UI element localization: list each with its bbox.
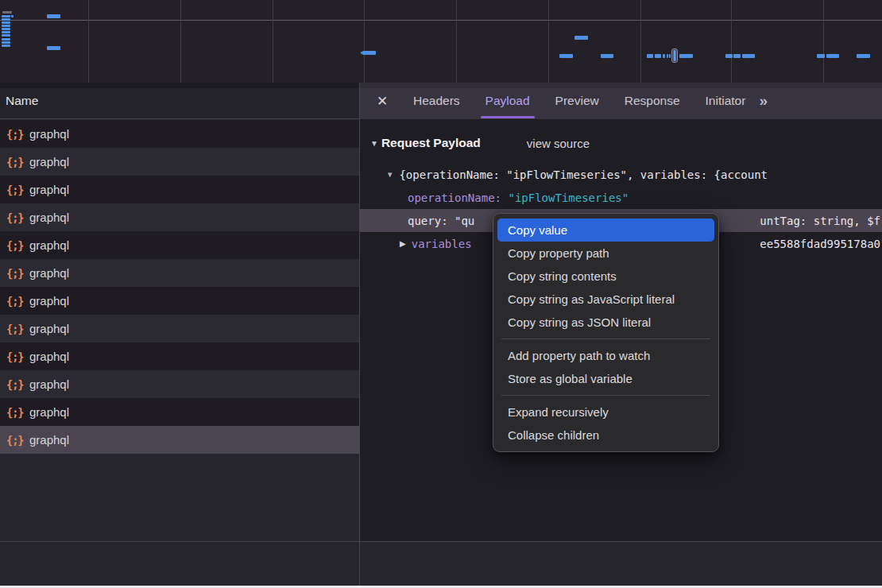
request-row[interactable]: {;}graphql	[0, 203, 359, 231]
network-overview-bar	[2, 31, 10, 33]
request-name: graphql	[29, 322, 69, 335]
overview-vertical-gridline	[731, 0, 732, 83]
network-overview-bar	[679, 54, 693, 58]
panel-divider[interactable]	[359, 83, 360, 586]
menu-item-add-property-path-to-watch[interactable]: Add property path to watch	[497, 344, 714, 367]
overview-vertical-gridline	[180, 0, 181, 83]
json-braces-icon: {;}	[6, 239, 24, 252]
overview-vertical-gridline	[456, 0, 457, 83]
tab-payload[interactable]: Payload	[483, 83, 532, 119]
json-braces-icon: {;}	[6, 184, 24, 196]
devtools-network-panel: Name {;}graphql{;}graphql{;}graphql{;}gr…	[0, 0, 882, 588]
request-name: graphql	[29, 183, 69, 196]
summary-text: {operationName: "ipFlowTimeseries", vari…	[399, 168, 768, 181]
network-overview-bar	[47, 14, 60, 18]
network-overview-bar	[2, 25, 10, 27]
request-row[interactable]: {;}graphql	[0, 231, 359, 259]
request-row[interactable]: {;}graphql	[0, 315, 359, 342]
request-row[interactable]: {;}graphql	[0, 370, 359, 398]
tab-headers[interactable]: Headers	[411, 83, 462, 119]
menu-item-collapse-children[interactable]: Collapse children	[497, 424, 714, 447]
network-overview-timeline[interactable]	[0, 0, 882, 83]
tree-row-summary[interactable]: ▼ {operationName: "ipFlowTimeseries", va…	[360, 163, 882, 186]
request-payload-section-header[interactable]: ▼ Request Payload view source	[360, 132, 882, 154]
network-overview-bar	[2, 44, 10, 47]
network-overview-bar	[817, 54, 825, 58]
menu-item-expand-recursively[interactable]: Expand recursively	[497, 400, 714, 424]
request-name: graphql	[29, 211, 69, 224]
section-collapse-icon[interactable]: ▼	[370, 139, 378, 148]
menu-item-copy-property-path[interactable]: Copy property path	[497, 242, 714, 265]
tab-initiator[interactable]: Initiator	[703, 83, 749, 119]
request-rows: {;}graphql{;}graphql{;}graphql{;}graphql…	[0, 120, 359, 586]
network-overview-bar	[601, 54, 613, 58]
property-key: operationName:	[408, 191, 501, 204]
network-overview-bar	[2, 34, 10, 37]
request-row[interactable]: {;}graphql	[0, 426, 359, 454]
close-icon[interactable]: ✕	[374, 93, 390, 109]
request-row[interactable]: {;}graphql	[0, 342, 359, 370]
network-overview-bar	[47, 46, 60, 50]
network-overview-bar	[2, 28, 10, 30]
menu-item-copy-string-contents[interactable]: Copy string contents	[497, 265, 714, 288]
network-overview-bar	[742, 54, 755, 58]
tab-response[interactable]: Response	[622, 83, 683, 119]
request-name: graphql	[29, 266, 69, 280]
property-value-clipped-right: untTag: string, $f	[760, 209, 880, 232]
detail-tab-bar: ✕ HeadersPayloadPreviewResponseInitiator…	[360, 83, 882, 119]
collapse-icon[interactable]: ▼	[386, 170, 393, 179]
request-row[interactable]: {;}graphql	[0, 398, 359, 426]
overview-vertical-gridline	[364, 0, 365, 83]
menu-separator	[501, 395, 710, 396]
json-braces-icon: {;}	[6, 295, 24, 308]
request-row[interactable]: {;}graphql	[0, 259, 359, 287]
name-column-label: Name	[6, 94, 38, 108]
menu-item-copy-string-as-javascript-literal[interactable]: Copy string as JavaScript literal	[497, 288, 714, 311]
request-name: graphql	[29, 155, 69, 168]
request-name: graphql	[29, 127, 69, 141]
json-braces-icon: {;}	[6, 350, 24, 363]
expand-icon[interactable]: ▶	[400, 239, 406, 248]
network-overview-bar	[2, 21, 10, 24]
property-key: variables	[412, 238, 472, 250]
request-name: graphql	[29, 405, 69, 419]
menu-item-copy-value[interactable]: Copy value	[497, 219, 714, 242]
tab-preview[interactable]: Preview	[553, 83, 602, 119]
json-braces-icon: {;}	[6, 128, 24, 141]
request-list-panel: Name {;}graphql{;}graphql{;}graphql{;}gr…	[0, 83, 359, 586]
network-overview-bar	[647, 54, 653, 58]
menu-item-store-as-global-variable[interactable]: Store as global variable	[497, 367, 714, 390]
name-column-header[interactable]: Name	[0, 83, 359, 119]
network-overview-bar	[826, 54, 839, 58]
request-row[interactable]: {;}graphql	[0, 148, 359, 176]
overview-horizontal-gridline	[0, 20, 882, 21]
view-source-link[interactable]: view source	[527, 137, 590, 150]
property-value: "ipFlowTimeseries"	[508, 191, 629, 204]
request-name: graphql	[29, 294, 69, 308]
request-name: graphql	[29, 377, 69, 391]
request-row[interactable]: {;}graphql	[0, 120, 359, 148]
overview-vertical-gridline	[273, 0, 273, 83]
network-overview-bar	[663, 54, 665, 58]
request-row[interactable]: {;}graphql	[0, 287, 359, 315]
network-overview-bar	[2, 18, 10, 21]
json-braces-icon: {;}	[6, 434, 24, 447]
tree-row-operation-name[interactable]: operationName: "ipFlowTimeseries"	[360, 186, 882, 209]
network-overview-bar	[857, 54, 870, 58]
network-overview-bar	[733, 54, 741, 58]
json-braces-icon: {;}	[6, 378, 24, 391]
network-overview-bar	[2, 15, 10, 17]
network-overview-bar	[574, 36, 588, 40]
property-value-clipped-right: ee5588fdad995178a0	[760, 232, 880, 255]
network-overview-bar	[2, 38, 10, 41]
property-value-start: "qu	[455, 215, 474, 227]
network-overview-bar	[559, 54, 573, 58]
request-row[interactable]: {;}graphql	[0, 176, 359, 203]
overview-vertical-gridline	[88, 0, 89, 83]
more-tabs-icon[interactable]: »	[759, 92, 766, 110]
menu-item-copy-string-as-json-literal[interactable]: Copy string as JSON literal	[497, 311, 714, 334]
json-braces-icon: {;}	[6, 323, 24, 335]
network-overview-bar	[725, 54, 733, 58]
network-overview-bar	[2, 41, 10, 44]
overview-hover-marker-icon	[671, 48, 678, 63]
